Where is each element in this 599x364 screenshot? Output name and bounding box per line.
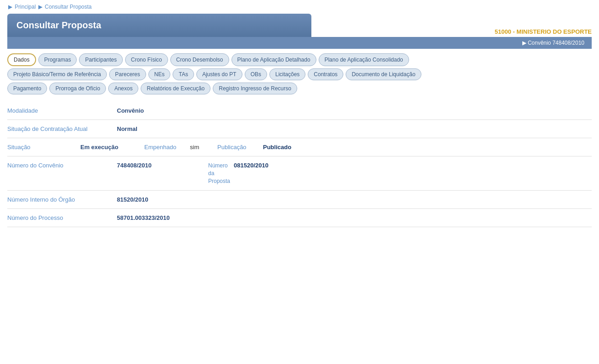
modalidade-row: Modalidade Convênio xyxy=(7,102,592,120)
numero-processo-row: Número do Processo 58701.003323/2010 xyxy=(7,209,592,227)
tab-dados[interactable]: Dados xyxy=(7,53,36,66)
situacao-value: Em execução xyxy=(80,144,144,151)
situacao-row: Situação Em execução Empenhado sim Publi… xyxy=(7,138,592,156)
situacao-contratacao-row: Situação de Contratação Atual Normal xyxy=(7,120,592,138)
empenhado-label: Empenhado xyxy=(144,144,190,151)
tabs-row-1: DadosProgramasParticipantesCrono FísicoC… xyxy=(7,53,592,66)
tab-crono-fisico[interactable]: Crono Físico xyxy=(125,53,168,66)
situacao-label: Situação xyxy=(7,144,80,151)
breadcrumb-home[interactable]: Principal xyxy=(15,4,36,10)
tabs-container: DadosProgramasParticipantesCrono FísicoC… xyxy=(7,53,592,94)
numero-processo-label: Número do Processo xyxy=(7,214,117,221)
numero-interno-value: 81520/2010 xyxy=(117,196,148,203)
situacao-contratacao-label: Situação de Contratação Atual xyxy=(7,125,117,132)
tab-pareceres[interactable]: Pareceres xyxy=(109,68,146,80)
tab-plano-aplicacao-detalhado[interactable]: Plano de Aplicação Detalhado xyxy=(231,53,316,66)
breadcrumb-sep: ▶ xyxy=(38,4,44,10)
tabs-row-2: Projeto Básico/Termo de ReferênciaParece… xyxy=(7,68,592,80)
ministry-label: 51000 - MINISTERIO DO ESPORTE xyxy=(495,28,592,37)
breadcrumb-current[interactable]: Consultar Proposta xyxy=(45,4,92,10)
tab-tas[interactable]: TAs xyxy=(173,68,194,80)
tab-participantes[interactable]: Participantes xyxy=(79,53,122,66)
tab-contratos[interactable]: Contratos xyxy=(308,68,343,80)
empenhado-value: sim xyxy=(190,144,217,151)
numero-proposta-group: NúmerodaProposta 081520/2010 xyxy=(208,162,268,185)
page-title: Consultar Proposta xyxy=(16,20,302,31)
breadcrumb: ▶ Principal ▶ Consultar Proposta xyxy=(0,0,599,14)
breadcrumb-arrow: ▶ xyxy=(8,4,12,10)
header-top-row: Consultar Proposta 51000 - MINISTERIO DO… xyxy=(7,14,592,37)
numero-convenio-label: Número do Convênio xyxy=(7,162,117,169)
numero-convenio-value: 748408/2010 xyxy=(117,162,208,169)
tab-crono-desembolso[interactable]: Crono Desembolso xyxy=(170,53,229,66)
tab-licitacoes[interactable]: Licitações xyxy=(269,68,305,80)
numero-convenio-row: Número do Convênio 748408/2010 NúmerodaP… xyxy=(7,156,592,191)
tab-programas[interactable]: Programas xyxy=(38,53,77,66)
tabs-row-3: PagamentoProrroga de OfícioAnexosRelatór… xyxy=(7,83,592,94)
content-area: Modalidade Convênio Situação de Contrata… xyxy=(7,102,592,227)
tab-prorroga-oficio[interactable]: Prorroga de Ofício xyxy=(49,83,106,94)
header-wrapper: Consultar Proposta 51000 - MINISTERIO DO… xyxy=(7,14,592,49)
numero-proposta-label: NúmerodaProposta xyxy=(208,162,230,185)
tab-ajustes-pt[interactable]: Ajustes do PT xyxy=(196,68,242,80)
numero-proposta-value: 081520/2010 xyxy=(234,162,268,169)
convenio-bar: ▶ Convênio 748408/2010 xyxy=(7,37,592,49)
tab-documento-liquidacao[interactable]: Documento de Liquidação xyxy=(346,68,421,80)
modalidade-value: Convênio xyxy=(117,107,144,114)
tab-plano-aplicacao-consolidado[interactable]: Plano de Aplicação Consolidado xyxy=(319,53,409,66)
tab-obs[interactable]: OBs xyxy=(245,68,267,80)
tab-anexos[interactable]: Anexos xyxy=(108,83,138,94)
numero-interno-row: Número Interno do Órgão 81520/2010 xyxy=(7,191,592,209)
convenio-label: ▶ Convênio 748408/2010 xyxy=(522,40,584,46)
modalidade-label: Modalidade xyxy=(7,107,117,114)
publicacao-label: Publicação xyxy=(217,144,263,151)
numero-interno-label: Número Interno do Órgão xyxy=(7,196,117,203)
numero-processo-value: 58701.003323/2010 xyxy=(117,214,170,221)
tab-projeto-basico[interactable]: Projeto Básico/Termo de Referência xyxy=(7,68,107,80)
tab-relatorios-execucao[interactable]: Relatórios de Execução xyxy=(141,83,210,94)
publicacao-value: Publicado xyxy=(263,144,291,151)
title-bar: Consultar Proposta xyxy=(7,14,311,37)
situacao-contratacao-value: Normal xyxy=(117,125,137,132)
tab-nes[interactable]: NEs xyxy=(148,68,171,80)
tab-registro-ingresso[interactable]: Registro Ingresso de Recurso xyxy=(213,83,297,94)
tab-pagamento[interactable]: Pagamento xyxy=(7,83,47,94)
